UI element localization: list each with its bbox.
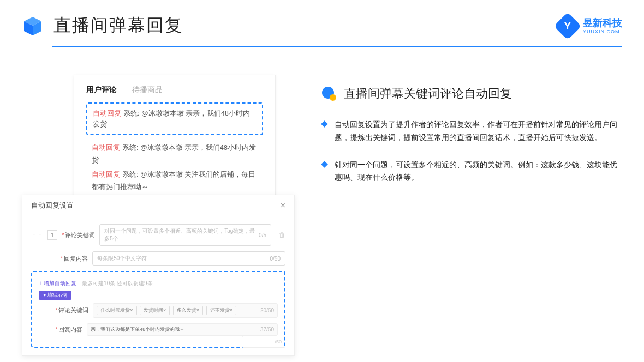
- keyword-input[interactable]: 对同一个问题，可设置多个相近、高频的关键词，Tag确定，最多5个 0/5: [99, 224, 271, 246]
- diamond-icon: [321, 120, 328, 128]
- example-keyword-input[interactable]: 什么时候发货× 发货时间× 多久发货× 还不发货× 20/50: [93, 303, 278, 318]
- add-hint: 最多可建10条 还可以创建9条: [82, 280, 152, 286]
- brand-logo: Y 昱新科技 YUUXIN.COM: [558, 16, 622, 36]
- highlighted-comment: 自动回复系统: @冰墩墩本墩 亲亲，我们48小时内发货: [86, 102, 263, 135]
- comment-row-3: 自动回复系统: @冰墩墩本墩 关注我们的店铺，每日都有热门推荐呦～: [86, 167, 263, 194]
- trash-icon[interactable]: 🗑: [279, 231, 285, 239]
- diamond-icon: [321, 161, 328, 168]
- brand-url: YUUXIN.COM: [583, 29, 622, 34]
- bullet-2: 针对同一个问题，可设置多个相近的、高频的关键词。例如：这款多少钱、这块能优惠吗、…: [322, 159, 622, 185]
- add-auto-reply-link[interactable]: + 增加自动回复: [39, 280, 76, 286]
- section-title: 直播间弹幕关键词评论自动回复: [344, 86, 512, 102]
- tag-pill[interactable]: 什么时候发货×: [97, 306, 136, 315]
- row-number: 1: [47, 230, 57, 240]
- auto-reply-tag: 自动回复: [93, 110, 121, 117]
- example-content-input[interactable]: 亲，我们这边都是下单48小时内发货的哦～ 37/50: [87, 323, 278, 336]
- page-title: 直播间弹幕回复: [53, 14, 183, 38]
- settings-dialog: 自动回复设置 × ⋮⋮ 1 *评论关键词 对同一个问题，可设置多个相近、高频的关…: [22, 195, 295, 356]
- cube-icon: [22, 15, 44, 37]
- brand-name: 昱新科技: [583, 18, 622, 29]
- bullet-1: 自动回复设置为了提升作者的评论回复效率，作者可在开播前针对常见的评论用户问题，提…: [322, 118, 622, 144]
- tag-pill[interactable]: 多久发货×: [173, 306, 203, 315]
- tag-pill[interactable]: 发货时间×: [140, 306, 170, 315]
- close-icon[interactable]: ×: [281, 201, 285, 210]
- section-icon: [322, 87, 336, 101]
- example-badge: ● 填写示例: [39, 291, 71, 300]
- content-label: 回复内容: [64, 255, 88, 262]
- settings-title: 自动回复设置: [31, 201, 74, 210]
- tag-pill[interactable]: 还不发货×: [206, 306, 236, 315]
- keyword-label: 评论关键词: [65, 232, 95, 238]
- brand-icon: Y: [554, 13, 582, 40]
- comment-row-2: 自动回复系统: @冰墩墩本墩 亲亲，我们48小时内发货: [86, 141, 263, 167]
- drag-icon[interactable]: ⋮⋮: [31, 232, 43, 239]
- tab-products[interactable]: 待播商品: [132, 85, 163, 95]
- content-input[interactable]: 每条限50个中文字符 0/50: [92, 251, 285, 266]
- tab-comments[interactable]: 用户评论: [86, 85, 117, 95]
- stub-counter: /50: [242, 336, 285, 348]
